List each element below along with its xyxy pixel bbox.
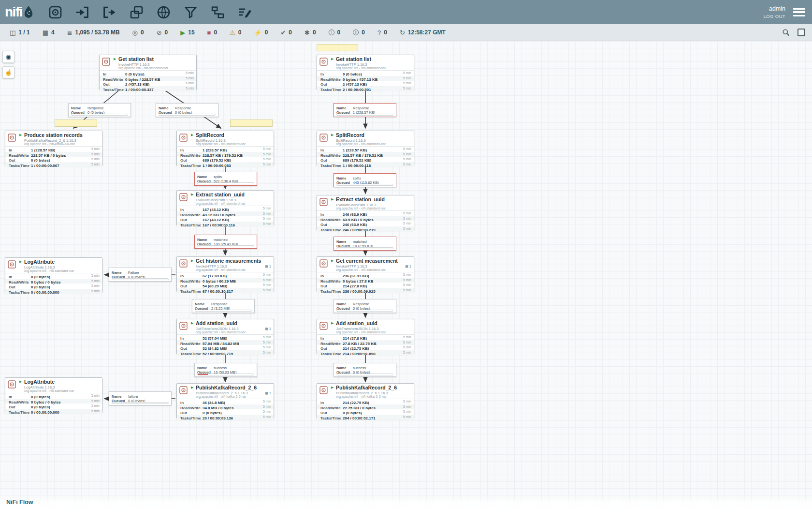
run-status-icon: ▶ <box>331 197 334 201</box>
processor[interactable]: ▶ LogAttribute LogAttribute 1.16.3 org.a… <box>5 257 102 293</box>
global-menu-button[interactable] <box>793 8 805 16</box>
run-status-icon: ▶ <box>331 57 334 61</box>
status-icon: ◎ <box>132 30 138 36</box>
canvas-label[interactable] <box>230 120 273 127</box>
label-tool-icon[interactable] <box>238 5 252 19</box>
canvas-label[interactable] <box>55 120 97 127</box>
run-status-icon: ▶ <box>114 57 116 61</box>
processor[interactable]: ▶ Get historic measurements InvokeHTTP 1… <box>176 256 274 292</box>
processor[interactable]: ▶ Get current measurement InvokeHTTP 1.1… <box>317 256 414 292</box>
status-icon: ■ <box>207 30 211 36</box>
processor-gear-icon <box>319 58 328 66</box>
processor-bundle: org.apache.nifi - nifi-standard-nar <box>336 268 386 271</box>
processor[interactable]: ▶ Get station list InvokeHTTP 1.16.3 org… <box>99 55 197 90</box>
connection-label[interactable]: NameResponse Queued0 (0 bytes) <box>334 299 396 313</box>
status-item-stopped: ■ 0 <box>207 29 218 36</box>
template-tool-icon[interactable] <box>211 5 225 19</box>
status-icon: ⚠ <box>230 30 235 36</box>
output-port-tool-icon[interactable] <box>102 5 116 19</box>
logout-link[interactable]: LOG OUT <box>763 14 785 19</box>
status-value: 0 <box>362 29 365 36</box>
process-group-tool-icon[interactable] <box>130 5 144 19</box>
status-value: 0 <box>337 29 341 36</box>
stat-row-read-write: Read/Write0 bytes / 60.29 MB5 min <box>177 278 274 283</box>
processor[interactable]: ▶ SplitRecord SplitRecord 1.16.3 org.apa… <box>176 131 274 166</box>
processor[interactable]: ▶ Add station_uuid JoltTransformJSON 1.1… <box>317 319 414 354</box>
processor-gear-icon <box>179 134 188 142</box>
connection-label[interactable]: NameResponse Queued1 (228.57 KB) <box>334 103 396 117</box>
funnel-tool-icon[interactable] <box>184 5 198 19</box>
stat-row-read-write: Read/Write63.9 KB / 0 bytes5 min <box>317 216 414 222</box>
navigate-palette-button[interactable]: ◉ <box>2 51 14 63</box>
stat-row-in: In246 (63.9 KB)5 min <box>317 211 414 216</box>
stat-row-in: In0 (0 bytes)5 min <box>100 71 196 76</box>
canvas-label[interactable] <box>317 44 358 51</box>
connection-label[interactable]: NameResponse Queued0 (0 bytes) <box>68 103 131 117</box>
stat-row-tasks-time: Tasks/Time2 / 00:00:00.5015 min <box>317 86 414 91</box>
processor-bundle: org.apache.nifi - nifi-standard-nar <box>336 66 386 70</box>
status-value: 0 <box>214 29 217 36</box>
connection-queued-row: Queued10 (2.59 KB) <box>334 242 396 247</box>
stat-row-tasks-time: Tasks/Time167 / 00:00:00.1165 min <box>177 222 274 227</box>
processor-gear-icon <box>179 386 188 394</box>
status-bar: ◫ 1 / 1 ▦ 4 ≣ 1,095 / 53.78 MB ◎ 0 ⊘ 0 ▶… <box>0 24 812 41</box>
flow-canvas[interactable]: NameResponse Queued0 (0 bytes) NameRespo… <box>0 41 812 508</box>
status-item-sync-failure: ? 0 <box>377 29 387 36</box>
processor-tool-icon[interactable] <box>48 5 62 19</box>
breadcrumb[interactable]: NiFi Flow <box>6 499 33 506</box>
processor-gear-icon <box>8 260 16 269</box>
status-value: 0 <box>265 29 268 36</box>
processor-stats: In214 (27.8 KB)5 min Read/Write27.8 KB /… <box>317 334 414 355</box>
status-value: 12:58:27 GMT <box>408 29 446 36</box>
connection-label[interactable]: Namematched Queued100 (25.43 KB) <box>194 235 257 249</box>
processor-gear-icon <box>179 193 188 201</box>
processor-gear-icon <box>8 134 16 142</box>
status-value: 0 <box>313 29 316 36</box>
stat-row-out: Out0 (0 bytes)5 min <box>317 409 414 415</box>
queue-capacity-bar <box>336 184 393 186</box>
status-value: 0 <box>141 29 144 36</box>
connection-label[interactable]: Namesplits Queued522 (136.4 KB) <box>194 172 257 186</box>
processor-name: Get station list <box>118 56 154 62</box>
connection-label[interactable]: NameFailure Queued0 (0 bytes) <box>109 268 172 282</box>
processor[interactable]: ▶ Add station_uuid JoltTransformJSON 1.1… <box>176 319 274 354</box>
processor[interactable]: ▶ PublishKafkaRecord_2_6 PublishKafkaRec… <box>176 383 274 418</box>
navigate-icon: ◉ <box>6 53 11 60</box>
queue-capacity-fill <box>198 374 208 375</box>
connection-label[interactable]: NameResponse Queued2 (3.25 MB) <box>192 299 255 313</box>
processor[interactable]: ▶ Get station list InvokeHTTP 1.16.3 org… <box>317 55 414 90</box>
remote-process-group-tool-icon[interactable] <box>157 5 171 19</box>
connection-label[interactable]: Namefailure Queued0 (0 bytes) <box>109 391 172 405</box>
processor-stats: In0 (0 bytes)5 min Read/Write0 bytes / 0… <box>5 273 102 294</box>
processor[interactable]: ▶ LogAttribute LogAttribute 1.16.3 org.a… <box>5 377 102 413</box>
stat-row-tasks-time: Tasks/Time204 / 00:00:02.1715 min <box>317 415 414 420</box>
processor-stats: In214 (22.75 KB)5 min Read/Write22.75 KB… <box>317 399 414 419</box>
connection-name-row: Namesuccess <box>195 363 257 368</box>
connection-label[interactable]: Namesplits Queued443 (115.62 KB) <box>334 173 396 187</box>
connection-name-row: Namesplits <box>195 172 257 177</box>
operate-hand-icon: ☝ <box>4 69 12 76</box>
processor[interactable]: ▶ Extract station_uuid EvaluateJsonPath … <box>317 195 414 230</box>
connection-label[interactable]: Namesuccess Queued0 (0 bytes) <box>334 363 396 377</box>
processor[interactable]: ▶ Produce station records PublishKafkaRe… <box>5 131 102 166</box>
search-icon[interactable] <box>782 28 790 37</box>
stat-row-read-write: Read/Write0 bytes / 0 bytes5 min <box>5 279 102 284</box>
processor[interactable]: ▶ Extract station_uuid EvaluateJsonPath … <box>176 190 274 225</box>
nifi-logo: nifi <box>0 4 42 20</box>
processor[interactable]: ▶ SplitRecord SplitRecord 1.16.3 org.apa… <box>317 131 414 166</box>
stat-row-tasks-time: Tasks/Time1 / 00:00:00.0835 min <box>177 162 274 167</box>
stat-row-out: Out2 (457.13 KB)5 min <box>100 81 196 86</box>
operate-palette-button[interactable]: ☝ <box>2 66 14 78</box>
panel-toggle-icon[interactable] <box>798 29 805 36</box>
stat-row-read-write: Read/Write27.8 KB / 22.75 KB5 min <box>317 340 414 345</box>
queue-capacity-bar <box>195 310 252 312</box>
processor[interactable]: ▶ PublishKafkaRecord_2_6 PublishKafkaRec… <box>317 383 414 418</box>
processor-gear-icon <box>319 386 328 394</box>
status-icon: ✔ <box>280 30 286 36</box>
stat-row-out: Out0 (0 bytes)5 min <box>5 157 102 162</box>
input-port-tool-icon[interactable] <box>75 5 89 19</box>
connection-label[interactable]: NameResponse Queued0 (0 bytes) <box>156 103 218 117</box>
connection-label[interactable]: Namesuccess Queued16 (50.03 MB) <box>194 363 257 377</box>
connection-queued-row: Queued0 (0 bytes) <box>156 108 218 113</box>
connection-label[interactable]: Namematched Queued10 (2.59 KB) <box>334 237 396 251</box>
